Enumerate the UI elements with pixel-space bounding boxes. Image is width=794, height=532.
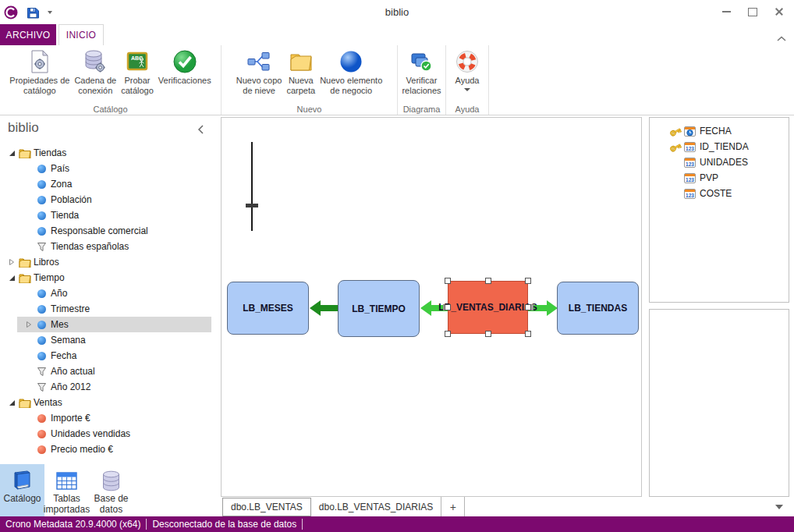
- tree-item-precio-medio-[interactable]: Precio medio €: [0, 442, 221, 457]
- sidebar-tab-tablas-importadas[interactable]: Tablas importadas: [44, 464, 89, 516]
- ribbon-button-label: Nuevo copo: [236, 76, 282, 86]
- ribbon-group-diagrama: VerificarrelacionesDiagrama: [398, 45, 446, 115]
- dimension-icon: [34, 305, 49, 314]
- tree-item-trimestre[interactable]: Trimestre: [0, 301, 221, 317]
- ribbon-button-verificaciones[interactable]: Verificaciones: [156, 48, 214, 86]
- tab-archivo[interactable]: ARCHIVO: [0, 24, 56, 45]
- verifications-icon: [172, 48, 198, 76]
- tree-item-tiendas-espa-olas[interactable]: Tiendas españolas: [0, 239, 221, 254]
- maximize-button[interactable]: [739, 3, 766, 20]
- selection-handle[interactable]: [445, 331, 451, 337]
- tree-item-tiempo[interactable]: Tiempo: [0, 270, 221, 286]
- field-row-pvp[interactable]: 123PVP: [650, 170, 789, 186]
- field-row-id_tienda[interactable]: 123ID_TIENDA: [650, 139, 789, 154]
- measure-icon: [34, 430, 49, 438]
- selection-handle[interactable]: [525, 278, 531, 284]
- selection-handle[interactable]: [485, 278, 491, 284]
- ribbon-button-verificar-relaciones[interactable]: Verificarrelaciones: [399, 48, 443, 96]
- catalog-book-icon: [10, 468, 35, 493]
- selection-handle[interactable]: [445, 304, 451, 310]
- field-row-coste[interactable]: 123COSTE: [650, 186, 789, 201]
- sidebar-tab-base-de-datos[interactable]: Base de datos: [89, 464, 133, 516]
- zoom-slider-handle[interactable]: [246, 204, 258, 207]
- tree-item-importe-[interactable]: Importe €: [0, 410, 221, 426]
- tree-item-label: Tiendas españolas: [49, 241, 129, 252]
- selection-handle[interactable]: [525, 304, 531, 310]
- tab-list-dropdown-icon[interactable]: [775, 505, 783, 509]
- titlebar: biblio: [0, 0, 794, 23]
- tree-item-zona[interactable]: Zona: [0, 176, 221, 192]
- diagram-box-lb_tiendas[interactable]: LB_TIENDAS: [557, 282, 639, 335]
- tree-item-label: Libros: [32, 257, 59, 268]
- dimension-icon: [34, 289, 49, 298]
- tree-item-a-o-2012[interactable]: Año 2012: [0, 379, 221, 395]
- tree-expanded-arrow-icon[interactable]: [6, 150, 17, 157]
- ribbon-button-label: conexión: [78, 86, 112, 96]
- close-button[interactable]: [766, 3, 792, 20]
- sidebar-collapse-icon[interactable]: [197, 123, 204, 137]
- status-item: Crono Metadata 20.9.4000 (x64): [0, 519, 146, 530]
- tree-expanded-arrow-icon[interactable]: [6, 275, 17, 282]
- ribbon-group-catálogo: Propiedades decatálogoCadena deconexiónA…: [0, 45, 222, 115]
- diagram-canvas[interactable]: LB_MESESLB_TIEMPOLB_VENTAS_DIARIASLB_TIE…: [221, 117, 642, 497]
- tree-item-tiendas[interactable]: Tiendas: [0, 145, 221, 161]
- svg-text:123: 123: [686, 161, 694, 166]
- ribbon-button-label: catálogo: [23, 86, 56, 96]
- tree-item-label: Tiendas: [32, 147, 66, 158]
- minimize-button[interactable]: [713, 3, 739, 20]
- ribbon-button-nuevo-copo-de-nieve[interactable]: Nuevo copode nieve: [234, 48, 285, 96]
- tree-item-responsable-comercial[interactable]: Responsable comercial: [0, 223, 221, 239]
- tree-item-poblaci-n[interactable]: Población: [0, 192, 221, 207]
- tree-item-mes[interactable]: Mes: [0, 317, 221, 332]
- new-snowflake-icon: [246, 48, 272, 76]
- tree-item-pa-s[interactable]: País: [0, 161, 221, 176]
- diagram-box-lb_ventas_diarias[interactable]: LB_VENTAS_DIARIAS: [448, 281, 528, 334]
- diagram-box-lb_tiempo[interactable]: LB_TIEMPO: [338, 280, 420, 337]
- tree-collapsed-arrow-icon[interactable]: [6, 258, 17, 266]
- relation-arrow-lb_tiempo-to-lb_meses[interactable]: [321, 305, 338, 311]
- tree-collapsed-arrow-icon[interactable]: [23, 321, 34, 328]
- tree-item-ventas[interactable]: Ventas: [0, 395, 221, 410]
- field-label: COSTE: [697, 188, 732, 199]
- ribbon-button-cadena-de-conexi-n[interactable]: Cadena deconexión: [72, 48, 119, 96]
- doc-tab-dbo-lb-ventas-diarias[interactable]: dbo.LB_VENTAS_DIARIAS: [311, 497, 442, 516]
- ribbon-button-ayuda[interactable]: Ayuda: [452, 48, 482, 91]
- ribbon-button-probar-cat-logo[interactable]: ABCProbarcatálogo: [119, 48, 156, 96]
- tab-inicio[interactable]: INICIO: [58, 24, 104, 45]
- selection-handle[interactable]: [525, 331, 531, 337]
- document-tab-strip: dbo.LB_VENTASdbo.LB_VENTAS_DIARIAS+: [221, 497, 794, 516]
- tree-item-a-o[interactable]: Año: [0, 286, 221, 301]
- tree-expanded-arrow-icon[interactable]: [6, 399, 17, 406]
- ribbon-button-nuevo-elemento-de-negocio[interactable]: Nuevo elementode negocio: [317, 48, 385, 96]
- tree-item-a-o-actual[interactable]: Año actual: [0, 364, 221, 379]
- sidebar-bottom-tabs: CatálogoTablas importadasBase de datos: [0, 464, 133, 516]
- field-row-unidades[interactable]: 123UNIDADES: [650, 154, 789, 170]
- diagram-box-label: LB_TIENDAS: [569, 303, 627, 314]
- doc-tab-dbo-lb-ventas[interactable]: dbo.LB_VENTAS: [222, 498, 311, 516]
- ribbon-button-propiedades-de-cat-logo[interactable]: Propiedades decatálogo: [7, 48, 72, 96]
- selection-handle[interactable]: [485, 331, 491, 337]
- plus-icon: +: [450, 501, 456, 513]
- field-label: ID_TIENDA: [697, 141, 749, 152]
- relation-arrowhead-icon: [547, 300, 558, 316]
- status-separator: [302, 519, 303, 530]
- ribbon-button-label: Nueva: [289, 76, 314, 86]
- collapse-ribbon-icon[interactable]: [777, 30, 786, 44]
- tree-item-fecha[interactable]: Fecha: [0, 348, 221, 364]
- diagram-box-lb_meses[interactable]: LB_MESES: [227, 282, 309, 335]
- field-label: UNIDADES: [697, 157, 748, 168]
- tree-item-libros[interactable]: Libros: [0, 254, 221, 270]
- tree-item-semana[interactable]: Semana: [0, 332, 221, 348]
- add-tab-button[interactable]: +: [441, 497, 465, 516]
- tree-item-label: Año 2012: [49, 381, 90, 392]
- sidebar-tab-cat-logo[interactable]: Catálogo: [0, 464, 44, 516]
- selection-handle[interactable]: [445, 278, 451, 284]
- tree-item-unidades-vendidas[interactable]: Unidades vendidas: [0, 426, 221, 442]
- tree-item-tienda[interactable]: Tienda: [0, 207, 221, 223]
- folder-icon: [17, 398, 32, 408]
- dimension-icon: [34, 321, 49, 329]
- status-item: Desconectado de la base de datos: [147, 519, 302, 530]
- field-row-fecha[interactable]: FECHA: [650, 123, 789, 139]
- doc-tab-label: dbo.LB_VENTAS: [231, 502, 303, 512]
- ribbon-button-nueva-carpeta[interactable]: Nuevacarpeta: [284, 48, 317, 96]
